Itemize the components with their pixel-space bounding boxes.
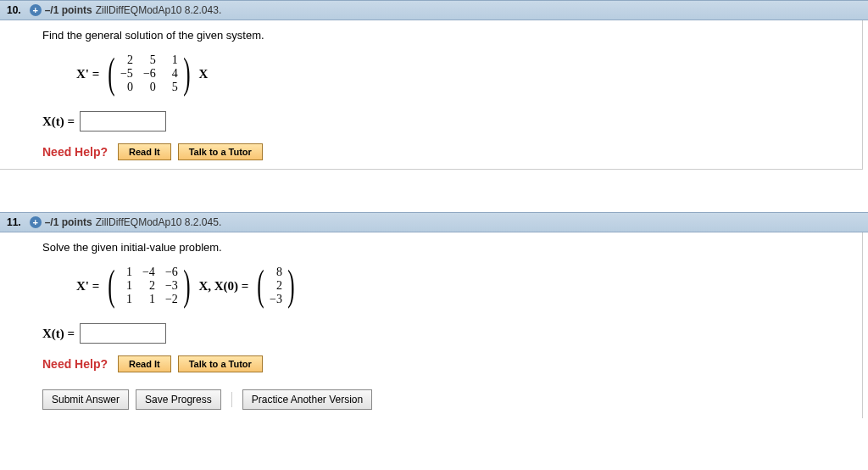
talk-to-tutor-button[interactable]: Talk to a Tutor [178,143,263,160]
answer-label: X(t) = [42,115,75,129]
need-help-row: Need Help? Read It Talk to a Tutor [42,355,862,372]
mid: X, X(0) = [198,279,248,294]
source-label: ZillDiffEQModAp10 8.2.045. [96,216,222,228]
expand-icon[interactable]: + [30,216,42,228]
lhs: X' = [76,279,99,294]
equation: X' = ( 1−4−6 12−3 11−2 ) X, X(0) = ( 8 2… [76,264,862,308]
paren-right-icon: ) [287,264,294,308]
equation: X' = ( 251 −5−64 005 ) X [76,52,862,96]
question-header: 10. + –/1 points ZillDiffEQModAp10 8.2.0… [0,0,868,20]
matrix-grid: 1−4−6 12−3 11−2 [119,264,180,308]
matrix: ( 251 −5−64 005 ) [104,52,193,96]
expand-icon[interactable]: + [30,4,42,16]
paren-left-icon: ( [108,52,114,96]
question-body: Find the general solution of the given s… [0,20,863,170]
read-it-button[interactable]: Read It [118,143,171,160]
paren-left-icon: ( [108,264,114,308]
submit-answer-button[interactable]: Submit Answer [42,389,129,410]
need-help-row: Need Help? Read It Talk to a Tutor [42,143,862,160]
paren-right-icon: ) [183,264,190,308]
talk-to-tutor-button[interactable]: Talk to a Tutor [178,355,263,372]
question-number: 10. [7,4,21,16]
practice-another-button[interactable]: Practice Another Version [242,389,372,410]
source-label: ZillDiffEQModAp10 8.2.043. [96,4,222,16]
matrix-grid: 251 −5−64 005 [119,52,180,96]
action-bar: Submit Answer Save Progress Practice Ano… [42,389,862,410]
answer-row: X(t) = [42,323,862,344]
paren-left-icon: ( [258,264,264,308]
vector-x0: ( 8 2 −3 ) [253,264,298,308]
question-header: 11. + –/1 points ZillDiffEQModAp10 8.2.0… [0,212,868,232]
answer-input[interactable] [80,111,166,131]
save-progress-button[interactable]: Save Progress [136,389,221,410]
rhs: X [198,67,208,81]
need-help-label: Need Help? [42,357,108,371]
read-it-button[interactable]: Read It [118,355,171,372]
divider [231,392,232,407]
prompt-text: Find the general solution of the given s… [42,29,862,42]
answer-row: X(t) = [42,111,862,131]
points-label: –/1 points [45,4,92,16]
prompt-text: Solve the given initial-value problem. [42,241,862,254]
question-number: 11. [7,216,21,228]
points-label: –/1 points [45,216,92,228]
lhs: X' = [76,67,99,81]
question-10: 10. + –/1 points ZillDiffEQModAp10 8.2.0… [0,0,868,170]
paren-right-icon: ) [183,52,190,96]
answer-label: X(t) = [42,327,75,341]
question-11: 11. + –/1 points ZillDiffEQModAp10 8.2.0… [0,212,868,418]
answer-input[interactable] [80,323,166,344]
need-help-label: Need Help? [42,145,108,159]
vector-grid: 8 2 −3 [268,264,284,308]
matrix-A: ( 1−4−6 12−3 11−2 ) [104,264,193,308]
question-body: Solve the given initial-value problem. X… [0,232,863,418]
